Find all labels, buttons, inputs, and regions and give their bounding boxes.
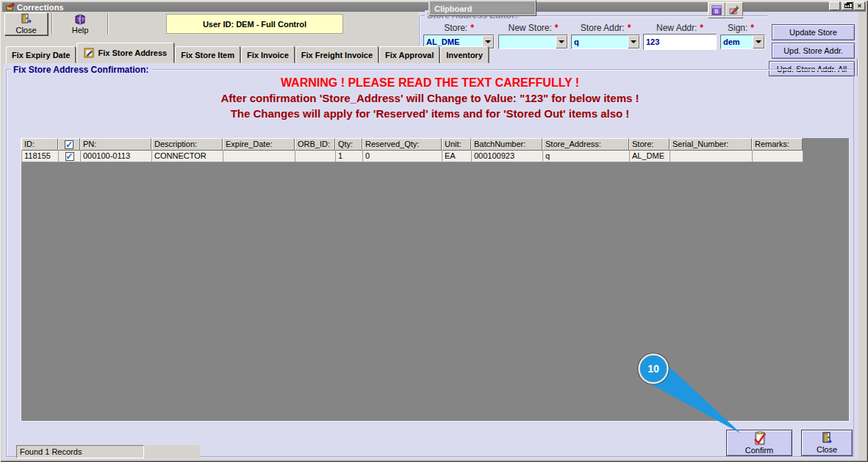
tab-fix-invoice[interactable]: Fix Invoice [241, 46, 295, 63]
col-header-store-address: Store_Address: [542, 138, 629, 151]
label-text: New Store: [508, 23, 551, 33]
close-window-button[interactable]: × [854, 1, 865, 10]
cell-description: CONNECTOR [152, 151, 223, 162]
toolbar-close-button[interactable]: Close [4, 12, 48, 35]
new-addr-field-label: New Addr:* [643, 23, 717, 33]
divider [857, 59, 858, 76]
clipboard-check-icon [753, 431, 767, 445]
corrections-app-icon [6, 3, 15, 11]
required-asterisk: * [555, 23, 559, 33]
sign-combo-value: dem [721, 35, 753, 48]
col-header-remarks: Remarks: [752, 138, 803, 151]
toolbar-close-label: Close [15, 26, 36, 35]
checkbox-checked-icon[interactable] [65, 140, 73, 149]
required-asterisk: * [628, 23, 631, 33]
store-field-label: Store:* [423, 23, 495, 33]
cell-store: AL_DME [630, 151, 670, 162]
s-badge-icon: S [711, 4, 722, 16]
new-store-field-label: New Store:* [494, 23, 573, 33]
store-addr-field-label: Store Addr:* [571, 23, 640, 33]
tab-label: Fix Invoice [247, 51, 289, 59]
required-asterisk: * [750, 23, 754, 33]
tab-fix-expiry-date[interactable]: Fix Expiry Date [6, 46, 76, 63]
label-text: New Addr: [656, 23, 697, 33]
col-header-batchnumber: BatchNumber: [471, 138, 542, 151]
col-header-select-all[interactable] [58, 138, 80, 151]
toolbar-help-label: Help [72, 26, 89, 35]
tab-label: Fix Approval [385, 51, 434, 59]
clipboard-panel[interactable]: Clipboard [428, 0, 537, 16]
tools-icon [728, 4, 740, 16]
status-bar [144, 445, 200, 458]
new-store-combo[interactable] [498, 35, 568, 49]
col-header-description: Description: [151, 138, 223, 151]
close-icon: × [858, 3, 861, 9]
cell-remarks [753, 151, 803, 162]
chevron-down-icon[interactable] [556, 35, 567, 48]
window-title: Corrections [17, 3, 64, 12]
cell-store-address: q [543, 151, 630, 162]
tab-strip: Fix Expiry Date Fix Store Address Fix St… [6, 43, 489, 63]
table-row[interactable]: 118155 000100-0113 CONNECTOR 1 0 EA 0001… [21, 151, 849, 162]
grid-header-row: ID: PN: Description: Expire_Date: ORB_ID… [21, 138, 849, 151]
clipboard-panel-title: Clipboard [431, 2, 534, 14]
svg-text:?: ? [77, 17, 80, 22]
tab-fix-store-item[interactable]: Fix Store Item [175, 46, 240, 63]
cell-pn: 000100-0113 [81, 151, 152, 162]
items-grid[interactable]: ID: PN: Description: Expire_Date: ORB_ID… [21, 138, 850, 422]
cell-expire-date [223, 151, 295, 162]
confirm-button-label: Confirm [745, 446, 774, 455]
cell-serial-number [670, 151, 753, 162]
new-addr-field-wrap [643, 34, 717, 50]
checkbox-checked-icon[interactable] [65, 152, 74, 161]
sign-combo[interactable]: dem [720, 35, 765, 49]
toolbar-help-button[interactable]: ? ? Help [57, 12, 103, 35]
col-header-qty: Qty: [335, 138, 362, 151]
tab-fix-approval[interactable]: Fix Approval [379, 46, 440, 63]
close-button-label: Close [817, 445, 837, 454]
cell-selected[interactable] [59, 151, 81, 162]
minimize-button[interactable]: _ [829, 1, 840, 10]
toolbar-separator [51, 13, 53, 35]
door-exit-icon [20, 13, 32, 25]
warning-message: WARNING ! PLEASE READ THE TEXT CAREFFULL… [6, 75, 854, 121]
svg-text:S: S [714, 8, 719, 15]
cell-reserved-qty: 0 [363, 151, 442, 162]
corrections-window: Corrections _ × Close ? ? [0, 0, 868, 462]
required-asterisk: * [470, 23, 474, 33]
tab-label: Inventory [446, 51, 483, 59]
col-header-unit: Unit: [442, 138, 471, 151]
restore-icon [844, 4, 850, 8]
warning-line-3: The Changes will apply for 'Reserved' it… [6, 106, 854, 121]
tab-fix-freight-invoice[interactable]: Fix Freight Invoice [295, 46, 379, 63]
door-exit-icon [821, 432, 833, 444]
tab-inventory[interactable]: Inventory [440, 46, 489, 63]
required-asterisk: * [700, 23, 703, 33]
cell-batchnumber: 000100923 [472, 151, 543, 162]
warning-line-2: After confirmation 'Store_Address' will … [6, 90, 854, 106]
close-button[interactable]: Close [801, 430, 853, 456]
new-store-combo-value [499, 35, 556, 48]
restore-button[interactable] [842, 1, 853, 10]
store-addr-combo[interactable]: q [571, 35, 640, 49]
update-store-button[interactable]: Update Store [772, 24, 855, 40]
col-header-serial-number: Serial_Number: [670, 138, 752, 151]
col-header-id: ID: [21, 138, 58, 151]
label-text: Sign: [728, 23, 747, 33]
toolbar-separator [107, 13, 109, 35]
chevron-down-icon[interactable] [628, 35, 639, 48]
tab-label: Fix Freight Invoice [301, 51, 373, 59]
warning-line-1: WARNING ! PLEASE READ THE TEXT CAREFFULL… [6, 75, 854, 90]
new-addr-input[interactable] [643, 34, 717, 50]
confirmation-group-label: Fix Store Address Confirmation: [10, 65, 151, 75]
upd-store-addr-button[interactable]: Upd. Store Addr. [772, 43, 855, 59]
col-header-orb-id: ORB_ID: [295, 138, 335, 151]
store-addr-combo-value: q [572, 35, 628, 48]
svg-text:?: ? [82, 17, 85, 22]
label-text: Store: [444, 23, 467, 33]
help-book-icon: ? ? [74, 14, 86, 25]
confirm-button[interactable]: Confirm [726, 430, 792, 456]
note-edit-icon [84, 48, 95, 58]
tab-fix-store-address[interactable]: Fix Store Address [76, 43, 174, 63]
chevron-down-icon[interactable] [753, 35, 764, 48]
